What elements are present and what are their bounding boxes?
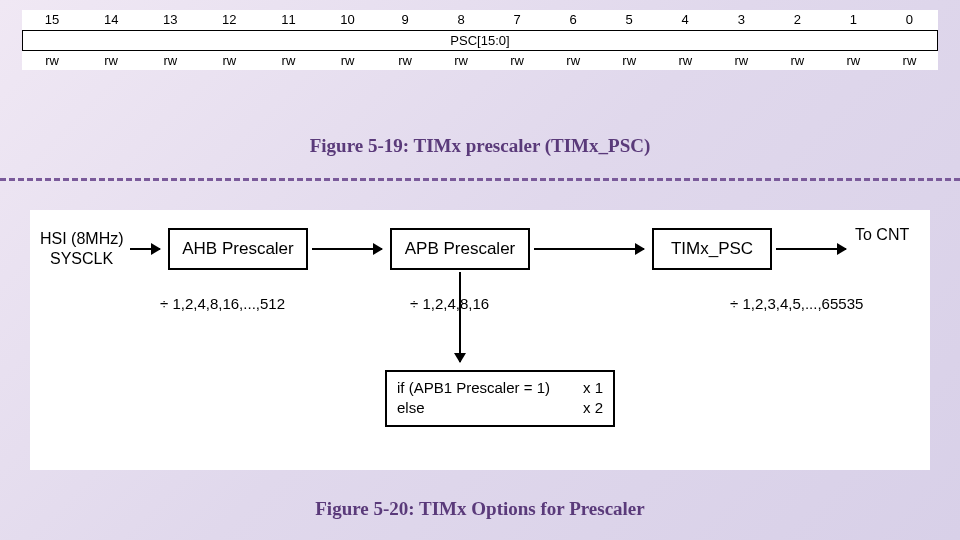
bit: 14 [82, 10, 141, 30]
acc: rw [657, 50, 713, 70]
acc: rw [601, 50, 657, 70]
figure-caption-2: Figure 5-20: TIMx Options for Prescaler [0, 498, 960, 520]
acc: rw [200, 50, 259, 70]
bit: 13 [141, 10, 200, 30]
cond-line1a: if (APB1 Prescaler = 1) [397, 378, 550, 398]
bit: 11 [259, 10, 318, 30]
acc: rw [769, 50, 825, 70]
field-name: PSC[15:0] [23, 30, 938, 50]
input-sysclk-label: SYSCLK [50, 250, 113, 268]
field-row: PSC[15:0] [23, 30, 938, 50]
psc-div-label: ÷ 1,2,3,4,5,...,65535 [730, 295, 863, 312]
acc: rw [141, 50, 200, 70]
arrow-icon [130, 248, 160, 250]
cond-line2a: else [397, 398, 425, 418]
bit: 8 [433, 10, 489, 30]
bit: 5 [601, 10, 657, 30]
bit: 12 [200, 10, 259, 30]
bit: 7 [489, 10, 545, 30]
acc: rw [433, 50, 489, 70]
ahb-div-label: ÷ 1,2,4,8,16,...,512 [160, 295, 285, 312]
acc: rw [259, 50, 318, 70]
arrow-icon [312, 248, 382, 250]
acc: rw [489, 50, 545, 70]
bit: 0 [881, 10, 937, 30]
register-table: 15 14 13 12 11 10 9 8 7 6 5 4 3 2 1 0 PS… [22, 10, 938, 70]
access-row: rw rw rw rw rw rw rw rw rw rw rw rw rw r… [23, 50, 938, 70]
arrow-icon [776, 248, 846, 250]
section-divider [0, 178, 960, 181]
bit-row: 15 14 13 12 11 10 9 8 7 6 5 4 3 2 1 0 [23, 10, 938, 30]
bit: 4 [657, 10, 713, 30]
bit: 9 [377, 10, 433, 30]
acc: rw [377, 50, 433, 70]
acc: rw [713, 50, 769, 70]
figure-caption-1: Figure 5-19: TIMx prescaler (TIMx_PSC) [0, 135, 960, 157]
timx-psc-box: TIMx_PSC [652, 228, 772, 270]
cond-line2b: x 2 [583, 398, 603, 418]
bit: 2 [769, 10, 825, 30]
bit: 1 [825, 10, 881, 30]
ahb-prescaler-box: AHB Prescaler [168, 228, 308, 270]
acc: rw [82, 50, 141, 70]
condition-box: if (APB1 Prescaler = 1)x 1 elsex 2 [385, 370, 615, 427]
bit: 3 [713, 10, 769, 30]
input-hsi-label: HSI (8MHz) [40, 230, 124, 248]
bit: 15 [23, 10, 82, 30]
arrow-down-icon [459, 272, 461, 362]
apb-prescaler-box: APB Prescaler [390, 228, 530, 270]
arrow-icon [534, 248, 644, 250]
acc: rw [23, 50, 82, 70]
acc: rw [881, 50, 937, 70]
acc: rw [825, 50, 881, 70]
prescaler-diagram: HSI (8MHz) SYSCLK AHB Prescaler APB Pres… [30, 210, 930, 470]
apb-div-label: ÷ 1,2,4,8,16 [410, 295, 489, 312]
cond-line1b: x 1 [583, 378, 603, 398]
bit: 10 [318, 10, 377, 30]
acc: rw [318, 50, 377, 70]
bit: 6 [545, 10, 601, 30]
to-cnt-label: To CNT [855, 226, 909, 244]
acc: rw [545, 50, 601, 70]
